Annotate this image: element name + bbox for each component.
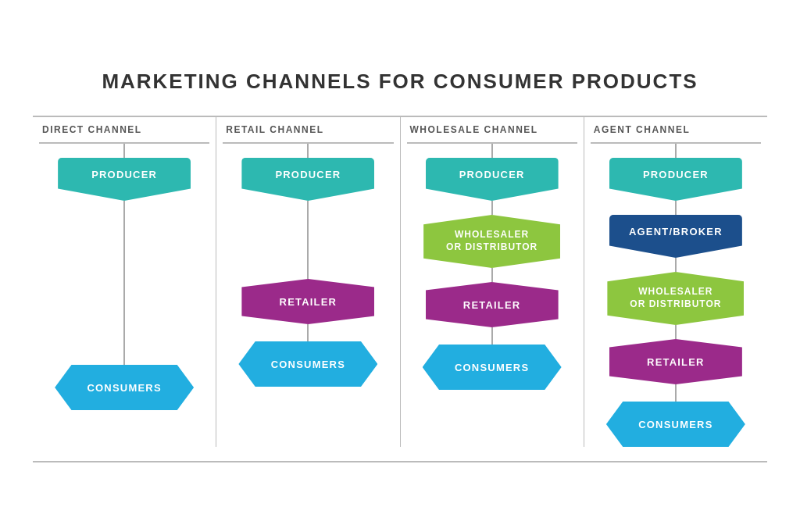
diagram-container: MARKETING CHANNELS FOR CONSUMER PRODUCTS… [17, 46, 783, 486]
connector-top-wholesale [491, 144, 493, 158]
connector-agent-4 [675, 384, 677, 402]
connector-wholesale-1 [491, 201, 493, 215]
connector-top-direct [123, 144, 125, 158]
box-retailer-wholesale: RETAILER [426, 282, 559, 327]
main-title: MARKETING CHANNELS FOR CONSUMER PRODUCTS [33, 70, 767, 94]
label-retailer-retail: RETAILER [280, 296, 338, 308]
box-wholesaler-agent: WHOLESALEROR DISTRIBUTOR [607, 272, 744, 325]
connector-agent-1 [675, 201, 677, 215]
box-retailer-agent: RETAILER [609, 339, 742, 384]
channel-body-retail: PRODUCER RETAILER CONSUMERS [223, 142, 393, 387]
connector-wholesale-3 [491, 327, 493, 345]
connector-retail-2 [307, 324, 309, 341]
label-retailer-agent: RETAILER [647, 356, 705, 368]
box-consumers-wholesale: CONSUMERS [423, 345, 562, 390]
channel-direct: DIRECT CHANNEL PRODUCER CONSUMERS [33, 117, 216, 447]
label-producer-retail: PRODUCER [275, 169, 341, 180]
channel-body-direct: PRODUCER CONSUMERS [39, 142, 209, 410]
label-wholesaler-wholesale: WHOLESALEROR DISTRIBUTOR [446, 229, 538, 253]
box-producer-direct: PRODUCER [58, 158, 191, 201]
box-consumers-agent: CONSUMERS [606, 402, 745, 447]
channels-wrapper: DIRECT CHANNEL PRODUCER CONSUMERS [33, 116, 767, 462]
label-consumers-retail: CONSUMERS [271, 359, 345, 370]
label-agent-agent: AGENT/BROKER [629, 226, 723, 237]
channel-body-wholesale: PRODUCER WHOLESALEROR DISTRIBUTOR RETAIL… [407, 142, 577, 390]
channel-header-agent: AGENT CHANNEL [591, 117, 761, 142]
label-wholesaler-agent: WHOLESALEROR DISTRIBUTOR [630, 286, 721, 310]
channel-body-agent: PRODUCER AGENT/BROKER WHOLESALEROR DISTR… [591, 142, 761, 447]
connector-long-direct [123, 201, 125, 365]
channel-wholesale: WHOLESALE CHANNEL PRODUCER WHOLESALEROR … [401, 117, 584, 447]
connector-top-agent [675, 144, 677, 158]
channel-header-wholesale: WHOLESALE CHANNEL [407, 117, 577, 142]
box-consumers-retail: CONSUMERS [238, 341, 377, 387]
channel-retail: RETAIL CHANNEL PRODUCER RETAILER [216, 117, 400, 447]
box-agent-agent: AGENT/BROKER [609, 215, 742, 258]
label-producer-wholesale: PRODUCER [459, 169, 525, 180]
label-producer-agent: PRODUCER [643, 169, 709, 180]
label-retailer-wholesale: RETAILER [463, 299, 521, 311]
connector-wholesale-2 [491, 268, 493, 282]
connector-top-retail [307, 144, 309, 158]
box-producer-retail: PRODUCER [241, 158, 374, 201]
box-wholesaler-wholesale: WHOLESALEROR DISTRIBUTOR [423, 215, 560, 268]
channel-agent: AGENT CHANNEL PRODUCER AGENT/BROKER [584, 117, 767, 447]
bottom-border [33, 461, 767, 462]
box-retailer-retail: RETAILER [241, 279, 374, 324]
connector-agent-2 [675, 258, 677, 272]
box-producer-wholesale: PRODUCER [426, 158, 559, 201]
label-consumers-wholesale: CONSUMERS [455, 362, 529, 373]
connector-agent-3 [675, 325, 677, 339]
box-consumers-direct: CONSUMERS [55, 365, 194, 410]
label-consumers-agent: CONSUMERS [638, 419, 712, 430]
connector-retail-1 [307, 201, 309, 279]
label-consumers-direct: CONSUMERS [87, 382, 161, 394]
channel-header-retail: RETAIL CHANNEL [223, 117, 393, 142]
channel-header-direct: DIRECT CHANNEL [39, 117, 209, 142]
label-producer-direct: PRODUCER [91, 169, 157, 180]
box-producer-agent: PRODUCER [609, 158, 742, 201]
